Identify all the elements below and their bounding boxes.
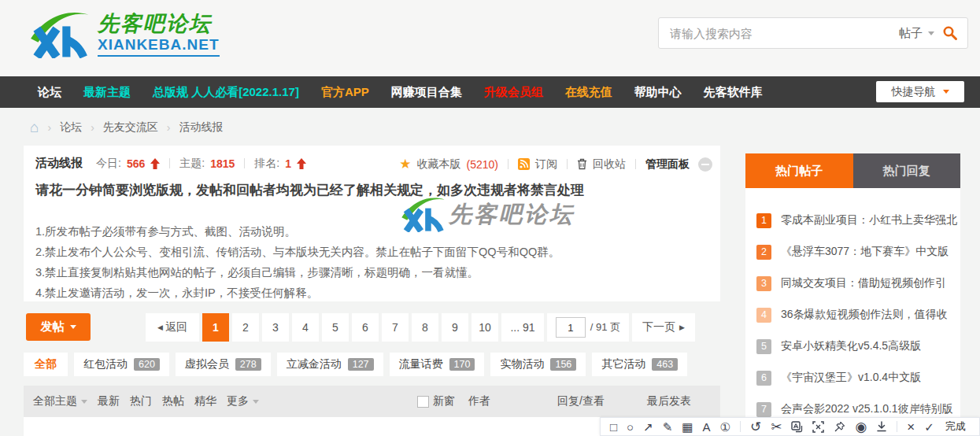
page-jump-input[interactable] [556, 317, 586, 338]
star-icon: ★ [399, 156, 411, 172]
hot-posts-list: 1 零成本副业项目：小红书上卖华强北 2 《悬浮车3077：地下赛车》中文版 3… [745, 188, 960, 425]
breadcrumb-forum[interactable]: 论坛 [60, 120, 82, 135]
back-button[interactable]: ◀ 返回 [146, 313, 199, 342]
text-tool-icon[interactable]: A [702, 421, 710, 433]
page-button-5[interactable]: 5 [322, 313, 349, 342]
page-button-9[interactable]: 9 [442, 313, 468, 342]
page-button-1[interactable]: 1 [202, 313, 229, 342]
ocr-translate-icon[interactable] [791, 421, 803, 433]
page-button-2[interactable]: 2 [232, 313, 259, 342]
breadcrumb-separator: › [47, 121, 51, 134]
nav-item-upgrade-membership[interactable]: 升级会员组 [484, 85, 543, 100]
breadcrumb-current[interactable]: 活动线报 [179, 120, 224, 135]
sort-digest[interactable]: 精华 [194, 394, 216, 408]
sort-all-topics[interactable]: 全部主题 [33, 394, 87, 408]
rank-badge: 6 [756, 371, 771, 386]
logo-mark-icon [28, 8, 90, 61]
new-window-checkbox[interactable] [417, 396, 429, 408]
tab-hot-replies[interactable]: 热门回复 [853, 153, 961, 188]
nav-item-board-rules[interactable]: 总版规 人人必看[2022.1.17] [153, 85, 299, 100]
page-button-8[interactable]: 8 [412, 313, 438, 342]
rule-line: 2.禁止发布个人公众号、变相引流、传销活动、与本版块无关内容。禁止在帖子下面留下… [35, 242, 560, 262]
page-jump-box: / 91 页 [547, 313, 629, 342]
favorite-count: (5210) [467, 158, 498, 171]
list-item[interactable]: 3 同城交友项目：借助短视频创作引 [745, 268, 960, 299]
column-last-post: 最后发表 [647, 386, 691, 417]
search-button[interactable] [942, 25, 958, 41]
site-logo[interactable]: 先客吧论坛 XIANKEBA.NET [28, 8, 220, 61]
search-scope-dropdown[interactable]: 帖子 [899, 26, 923, 41]
nav-item-latest-topics[interactable]: 最新主题 [83, 85, 131, 100]
filter-item[interactable]: 流量话费 170 [390, 353, 485, 376]
page-button-3[interactable]: 3 [262, 313, 289, 342]
trash-icon [577, 158, 587, 170]
close-icon[interactable]: × [907, 420, 915, 434]
pager: ◀ 返回 1 2 3 4 5 6 7 8 9 10 ... 91 / 91 页 … [146, 313, 695, 342]
filter-all[interactable]: 全部 [24, 353, 68, 376]
list-item[interactable]: 1 零成本副业项目：小红书上卖华强北 [745, 205, 960, 236]
chevron-down-icon[interactable] [928, 31, 934, 35]
sort-hot-posts[interactable]: 热帖 [162, 394, 184, 408]
quick-nav-button[interactable]: 快捷导航 [876, 81, 964, 102]
site-domain: XIANKEBA.NET [98, 36, 220, 57]
nav-item-software-library[interactable]: 先客软件库 [704, 85, 763, 100]
confirm-icon[interactable]: ✓ [924, 421, 934, 433]
list-item[interactable]: 2 《悬浮车3077：地下赛车》中文版 [745, 236, 960, 268]
breadcrumb: ⌂ › 论坛 › 先友交流区 › 活动线报 [30, 120, 224, 135]
divider [169, 158, 170, 168]
page-button-7[interactable]: 7 [382, 313, 409, 342]
filter-item[interactable]: 虚拟会员 278 [176, 353, 271, 376]
scissors-icon[interactable]: ✂ [771, 420, 782, 434]
ellipse-tool-icon[interactable]: ○ [627, 421, 634, 433]
collapse-panel-button[interactable] [698, 157, 712, 172]
forum-notice-panel: 活动线报 今日: 566 主题: 1815 排名: 1 ★ 收藏本版 (5210… [24, 146, 720, 301]
scan-extract-icon[interactable] [812, 421, 824, 433]
tab-hot-posts[interactable]: 热门帖子 [745, 153, 853, 188]
pin-icon[interactable] [834, 421, 845, 433]
sort-more[interactable]: 更多 [227, 394, 259, 408]
divider [635, 159, 636, 169]
record-icon[interactable]: ◉ [855, 420, 867, 434]
rule-line: 1.所发布帖子必须带有参与方式、截图、活动说明。 [35, 221, 560, 242]
mosaic-tool-icon[interactable]: ▦ [682, 421, 693, 433]
nav-item-help-center[interactable]: 帮助中心 [634, 85, 682, 100]
nav-item-official-app[interactable]: 官方APP [321, 85, 369, 100]
arrow-tool-icon[interactable]: ↗ [643, 421, 653, 433]
list-item[interactable]: 5 安卓小妖精美化v5.4.5高级版 [745, 331, 960, 362]
pen-tool-icon[interactable]: ✎ [663, 421, 673, 433]
home-icon[interactable]: ⌂ [30, 120, 39, 135]
stat-rank-value: 1 [285, 157, 291, 170]
undo-icon[interactable]: ↺ [750, 420, 761, 434]
search-input[interactable] [668, 26, 899, 41]
sort-hot[interactable]: 热门 [130, 394, 152, 408]
nav-item-project-collection[interactable]: 网赚项目合集 [391, 85, 462, 100]
filter-item[interactable]: 立减金活动 127 [277, 353, 383, 376]
filter-item[interactable]: 红包活动 620 [74, 353, 169, 376]
download-icon[interactable] [876, 421, 887, 432]
post-title: 零成本副业项目：小红书上卖华强北 [781, 213, 957, 227]
sort-latest[interactable]: 最新 [98, 394, 120, 408]
page-button-10[interactable]: 10 [472, 313, 498, 342]
up-arrow-icon [150, 158, 160, 169]
rectangle-tool-icon[interactable]: □ [610, 421, 617, 433]
next-page-button[interactable]: 下一页 ▶ [632, 313, 695, 342]
step-number-tool-icon[interactable]: ① [719, 421, 730, 433]
page-button-4[interactable]: 4 [292, 313, 319, 342]
recycle-bin-button[interactable]: 回收站 [593, 157, 626, 172]
list-item[interactable]: 4 36条爆款短视频创作法则，值得收 [745, 299, 960, 331]
nav-item-online-recharge[interactable]: 在线充值 [565, 85, 612, 100]
filter-item[interactable]: 实物活动 156 [490, 353, 586, 376]
done-label[interactable]: 完成 [945, 419, 966, 434]
post-title: 《悬浮车3077：地下赛车》中文版 [781, 245, 949, 259]
filter-item[interactable]: 其它活动 463 [592, 353, 687, 376]
filter-count-badge: 463 [652, 358, 678, 371]
page-last-button[interactable]: ... 91 [501, 313, 544, 342]
favorite-button[interactable]: 收藏本版 [417, 157, 461, 172]
page-button-6[interactable]: 6 [352, 313, 379, 342]
list-item[interactable]: 6 《宇宙汉堡王》v1.0.4中文版 [745, 362, 960, 394]
subscribe-button[interactable]: 订阅 [535, 157, 557, 172]
new-post-button[interactable]: 发帖 [26, 313, 91, 341]
nav-item-forum[interactable]: 论坛 [38, 85, 61, 100]
admin-panel-button[interactable]: 管理面板 [645, 157, 690, 172]
breadcrumb-section[interactable]: 先友交流区 [103, 120, 158, 135]
